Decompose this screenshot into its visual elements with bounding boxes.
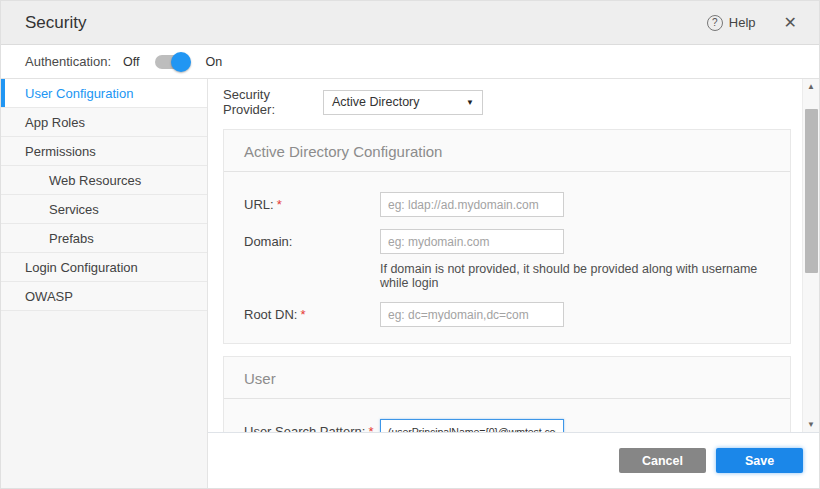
- panel-body: User Search Pattern:* Test Username:*: [224, 399, 790, 432]
- security-provider-row: Security Provider: Active Directory ▼: [223, 87, 802, 117]
- sidebar-item-label: OWASP: [25, 289, 73, 304]
- root-dn-input[interactable]: [380, 302, 564, 327]
- toggle-knob-icon: [171, 52, 191, 72]
- user-search-pattern-label: User Search Pattern:*: [244, 419, 380, 432]
- toggle-on-label: On: [205, 55, 222, 69]
- main-panel: Security Provider: Active Directory ▼ Ac…: [208, 79, 819, 488]
- sidebar-item-prefabs[interactable]: Prefabs: [1, 224, 207, 253]
- user-search-pattern-field-row: User Search Pattern:*: [244, 419, 770, 432]
- page-title: Security: [25, 13, 86, 33]
- sidebar-item-label: User Configuration: [25, 86, 133, 101]
- cancel-button[interactable]: Cancel: [619, 448, 706, 473]
- security-provider-value: Active Directory: [332, 95, 420, 109]
- sidebar-item-label: Services: [49, 202, 99, 217]
- sidebar-item-owasp[interactable]: OWASP: [1, 282, 207, 311]
- panel-body: URL:* Domain: If domain is not provid: [224, 172, 790, 343]
- scroll-up-icon[interactable]: ▲: [803, 79, 820, 94]
- user-panel: User User Search Pattern:* Test User: [223, 356, 791, 432]
- sidebar-item-login-configuration[interactable]: Login Configuration: [1, 253, 207, 282]
- field-label-text: Root DN:: [244, 307, 297, 322]
- authentication-label: Authentication:: [25, 54, 111, 69]
- domain-help-text: If domain is not provided, it should be …: [380, 262, 770, 290]
- sidebar-item-label: Prefabs: [49, 231, 94, 246]
- field-label-text: User Search Pattern:: [244, 424, 365, 432]
- authentication-row: Authentication: Off On: [1, 45, 819, 79]
- scrollbar-thumb[interactable]: [805, 109, 818, 273]
- sidebar-item-permissions[interactable]: Permissions: [1, 137, 207, 166]
- domain-field-row: Domain:: [244, 229, 770, 254]
- dialog-body: User Configuration App Roles Permissions…: [1, 79, 819, 488]
- sidebar-item-app-roles[interactable]: App Roles: [1, 108, 207, 137]
- sidebar-item-label: Permissions: [25, 144, 96, 159]
- panel-title: User: [224, 357, 790, 399]
- active-directory-configuration-panel: Active Directory Configuration URL:*: [223, 129, 791, 344]
- security-provider-label: Security Provider:: [223, 87, 323, 117]
- dialog-footer: Cancel Save: [208, 433, 819, 488]
- close-icon[interactable]: ✕: [780, 11, 801, 34]
- sidebar-item-services[interactable]: Services: [1, 195, 207, 224]
- help-button[interactable]: ? Help: [707, 15, 756, 31]
- root-dn-field-row: Root DN:*: [244, 302, 770, 327]
- sidebar-item-web-resources[interactable]: Web Resources: [1, 166, 207, 195]
- scroll-area: Security Provider: Active Directory ▼ Ac…: [208, 79, 802, 432]
- help-label: Help: [729, 15, 756, 30]
- header-actions: ? Help ✕: [707, 11, 801, 34]
- domain-input[interactable]: [380, 229, 564, 254]
- domain-label: Domain:: [244, 229, 380, 249]
- security-provider-select[interactable]: Active Directory ▼: [323, 90, 483, 115]
- sidebar: User Configuration App Roles Permissions…: [1, 79, 208, 488]
- help-question-icon: ?: [707, 15, 723, 31]
- required-asterisk: *: [300, 307, 305, 322]
- field-label-text: Domain:: [244, 234, 292, 249]
- vertical-scrollbar[interactable]: ▲ ▼: [802, 79, 819, 432]
- toggle-off-label: Off: [123, 55, 139, 69]
- url-field-row: URL:*: [244, 192, 770, 217]
- scroll-down-icon[interactable]: ▼: [803, 417, 820, 432]
- field-label-text: URL:: [244, 197, 274, 212]
- authentication-toggle[interactable]: [155, 55, 189, 69]
- url-input[interactable]: [380, 192, 564, 217]
- required-asterisk: *: [368, 424, 373, 432]
- scroll-wrap: Security Provider: Active Directory ▼ Ac…: [208, 79, 819, 433]
- sidebar-item-user-configuration[interactable]: User Configuration: [1, 79, 207, 108]
- sidebar-item-label: Login Configuration: [25, 260, 138, 275]
- root-dn-label: Root DN:*: [244, 302, 380, 322]
- url-label: URL:*: [244, 192, 380, 212]
- security-dialog: Security ? Help ✕ Authentication: Off On…: [0, 0, 820, 489]
- sidebar-item-label: Web Resources: [49, 173, 141, 188]
- dialog-header: Security ? Help ✕: [1, 1, 819, 45]
- chevron-down-icon: ▼: [466, 98, 474, 107]
- panel-title: Active Directory Configuration: [224, 130, 790, 172]
- sidebar-item-label: App Roles: [25, 115, 85, 130]
- user-search-pattern-input[interactable]: [380, 419, 564, 432]
- required-asterisk: *: [277, 197, 282, 212]
- save-button[interactable]: Save: [716, 448, 803, 473]
